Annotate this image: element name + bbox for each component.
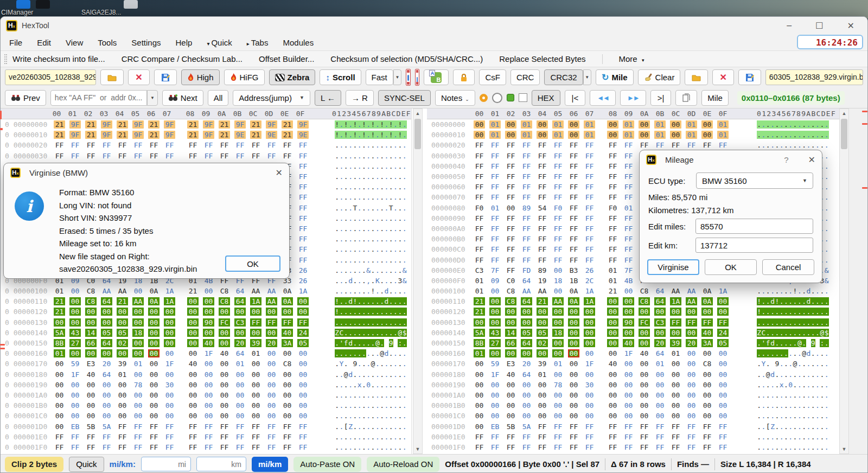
ascii-char[interactable]: . <box>784 329 788 337</box>
ascii-char[interactable]: . <box>775 443 779 451</box>
hex-byte[interactable]: FF <box>505 172 516 181</box>
hex-byte[interactable]: FF <box>85 443 97 451</box>
hex-byte[interactable]: 54 <box>537 204 548 212</box>
ascii-char[interactable]: . <box>775 349 779 357</box>
hex-byte[interactable]: 00 <box>639 412 650 420</box>
hex-byte[interactable]: FF <box>537 162 548 170</box>
ascii-char[interactable]: . <box>357 453 361 454</box>
ascii-char[interactable]: . <box>815 391 820 399</box>
ascii-char[interactable]: . <box>820 318 824 327</box>
find-prev-button[interactable]: Prev <box>5 90 46 106</box>
ascii-char[interactable]: . <box>788 443 793 451</box>
hex-byte[interactable]: 64 <box>234 297 246 305</box>
hex-byte[interactable]: 00 <box>670 381 681 389</box>
hex-byte[interactable]: 00 <box>297 401 309 410</box>
ascii-char[interactable]: . <box>357 225 361 233</box>
ascii-char[interactable]: . <box>770 433 775 441</box>
hex-byte[interactable]: FF <box>69 443 81 451</box>
ascii-char[interactable]: . <box>335 245 339 253</box>
ascii-char[interactable]: . <box>353 370 357 379</box>
hex-byte[interactable]: FF <box>552 162 564 170</box>
hex-byte[interactable]: FF <box>117 423 128 431</box>
hex-byte[interactable]: FF <box>568 245 579 253</box>
ascii-char[interactable]: . <box>815 120 820 129</box>
hex-byte[interactable]: 01 <box>521 131 532 139</box>
ascii-char[interactable]: . <box>362 172 366 181</box>
ascii-char[interactable]: . <box>802 391 806 399</box>
ascii-char[interactable]: . <box>402 287 406 295</box>
ascii-char[interactable]: ! <box>371 287 375 295</box>
hex-byte[interactable]: 64 <box>521 370 532 379</box>
hex-byte[interactable]: 21 <box>282 131 293 139</box>
ascii-char[interactable]: . <box>398 412 402 420</box>
ascii-char[interactable]: . <box>802 120 806 129</box>
hex-byte[interactable]: FF <box>607 172 618 181</box>
ascii-char[interactable]: . <box>362 412 366 420</box>
hex-byte[interactable]: FF <box>584 453 595 454</box>
hex-byte[interactable]: FF <box>187 423 199 431</box>
ascii-char[interactable]: . <box>353 308 357 316</box>
hex-byte[interactable]: 00 <box>568 360 579 368</box>
ascii-char[interactable]: . <box>375 381 380 389</box>
edit-miles-input[interactable] <box>695 219 813 234</box>
ascii-char[interactable]: . <box>366 141 371 149</box>
ascii-char[interactable]: . <box>757 287 761 295</box>
ascii-char[interactable]: . <box>824 381 828 389</box>
hex-byte[interactable]: 40 <box>623 339 634 347</box>
hex-byte[interactable]: 00 <box>474 423 485 431</box>
ascii-char[interactable]: . <box>357 339 361 347</box>
ascii-char[interactable]: . <box>820 453 824 454</box>
hex-byte[interactable]: FF <box>505 162 516 170</box>
hex-byte[interactable]: 01 <box>552 120 564 129</box>
hex-byte[interactable]: 00 <box>505 349 516 357</box>
ascii-char[interactable]: . <box>811 349 815 357</box>
ascii-char[interactable]: d <box>384 349 388 357</box>
hex-byte[interactable]: 8B <box>54 339 65 347</box>
hex-byte[interactable]: FF <box>266 453 277 454</box>
menu-file[interactable]: File <box>9 38 22 47</box>
ascii-char[interactable]: . <box>362 245 366 253</box>
ascii-char[interactable]: . <box>384 131 388 139</box>
hex-byte[interactable]: 00 <box>537 381 548 389</box>
hex-byte[interactable]: 20 <box>101 360 112 368</box>
hex-byte[interactable]: FF <box>489 183 501 191</box>
ascii-char[interactable]: . <box>371 256 375 264</box>
ascii-char[interactable]: . <box>802 329 806 337</box>
hex-byte[interactable]: 00 <box>148 370 159 379</box>
ascii-char[interactable]: . <box>375 329 380 337</box>
hex-byte[interactable]: 00 <box>537 412 548 420</box>
ascii-char[interactable]: . <box>797 120 802 129</box>
ascii-char[interactable]: . <box>806 308 810 316</box>
hex-byte[interactable]: C8 <box>219 297 230 305</box>
hex-byte[interactable]: FF <box>474 225 485 233</box>
ascii-char[interactable]: . <box>339 297 343 305</box>
hex-byte[interactable]: 01 <box>717 131 729 139</box>
hex-byte[interactable]: FF <box>505 225 516 233</box>
dialog-title-bar[interactable]: Hx Virginise (BMW) ✕ <box>4 163 289 182</box>
hex-byte[interactable]: 01 <box>623 120 634 129</box>
ascii-char[interactable]: . <box>357 193 361 201</box>
ascii-char[interactable]: . <box>402 308 406 316</box>
ascii-char[interactable]: . <box>824 412 828 420</box>
ascii-char[interactable]: . <box>797 412 802 420</box>
hex-byte[interactable]: FF <box>219 141 230 149</box>
ascii-char[interactable]: . <box>339 370 343 379</box>
ascii-char[interactable]: . <box>348 401 353 410</box>
ascii-char[interactable]: . <box>806 443 810 451</box>
ascii-char[interactable]: . <box>398 256 402 264</box>
hex-byte[interactable]: 21 <box>54 120 65 129</box>
hex-byte[interactable]: FF <box>489 235 501 243</box>
ascii-char[interactable]: . <box>335 256 339 264</box>
ascii-char[interactable]: . <box>371 172 375 181</box>
ascii-char[interactable]: . <box>344 287 348 295</box>
hex-byte[interactable]: FF <box>132 443 144 451</box>
hex-byte[interactable]: 00 <box>489 349 501 357</box>
ascii-char[interactable]: . <box>761 297 765 305</box>
hex-byte[interactable]: 00 <box>639 391 650 399</box>
hex-byte[interactable]: FF <box>537 141 548 149</box>
hex-byte[interactable]: 43 <box>489 329 501 337</box>
hex-byte[interactable]: 19 <box>537 277 548 285</box>
hex-byte[interactable]: 00 <box>250 308 261 316</box>
ascii-char[interactable]: . <box>339 423 343 431</box>
hex-byte[interactable]: FF <box>607 433 618 441</box>
